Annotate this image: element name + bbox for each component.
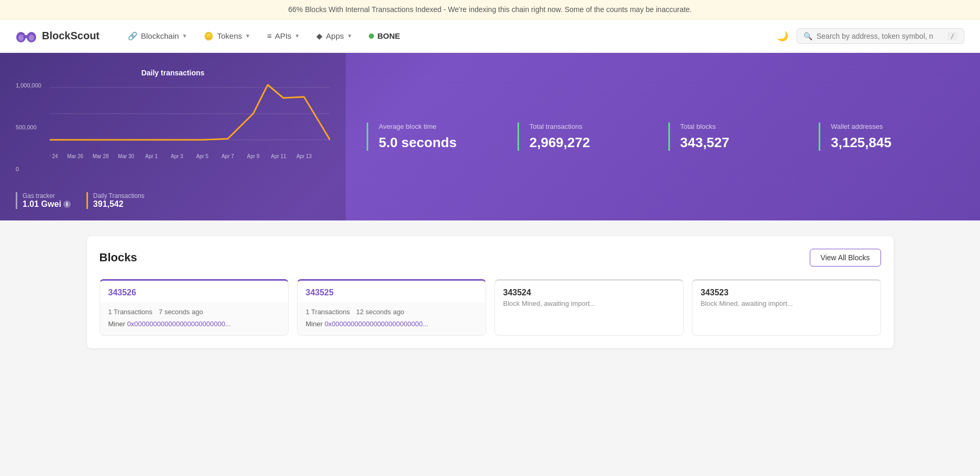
y-label-1m: 1,000,000	[16, 82, 50, 88]
svg-text:Mar 28: Mar 28	[93, 153, 109, 159]
apps-chevron: ▼	[347, 33, 352, 39]
block-card-3: 343523 Block Mined, awaiting import...	[692, 279, 881, 336]
gas-tracker-value: 1.01 Gwei ℹ	[23, 200, 71, 209]
chart-section: Daily transactions 1,000,000 500,000 0	[0, 53, 346, 220]
network-indicator: BONE	[361, 27, 407, 45]
gas-tracker-label: Gas tracker	[23, 192, 71, 200]
apps-icon: ◆	[316, 31, 323, 41]
svg-text:Mar 30: Mar 30	[118, 153, 134, 159]
logo-link[interactable]: BlockScout	[16, 28, 100, 45]
stats-section: Average block time 5.0 seconds Total tra…	[346, 53, 980, 220]
stat-wallet-addr: Wallet addresses 3,125,845	[819, 123, 959, 151]
daily-tx-label: Daily Transactions	[93, 192, 145, 200]
svg-text:Apr 13: Apr 13	[296, 153, 312, 159]
stat-total-tx: Total transactions 2,969,272	[517, 123, 658, 151]
block-miner-1: Miner 0x000000000000000000000000...	[306, 320, 477, 328]
view-all-blocks-button[interactable]: View All Blocks	[810, 249, 881, 267]
block-tx-count-1: 1 Transactions	[306, 308, 350, 316]
header-actions: 🌙 🔍 /	[774, 27, 964, 45]
stat-total-blocks: Total blocks 343,527	[668, 123, 809, 151]
main-content: Blocks View All Blocks 343526 1 Transact…	[71, 220, 909, 364]
indexing-banner: 66% Blocks With Internal Transactions In…	[0, 0, 980, 19]
nav-blockchain[interactable]: 🔗 Blockchain ▼	[120, 27, 194, 45]
svg-point-3	[18, 35, 24, 41]
blockchain-chevron: ▼	[182, 33, 188, 39]
svg-text:Apr 11: Apr 11	[271, 153, 287, 159]
header: BlockScout 🔗 Blockchain ▼ 🪙 Tokens ▼ ≡ A…	[0, 19, 980, 53]
blocks-header: Blocks View All Blocks	[100, 249, 881, 267]
nav-apis[interactable]: ≡ APIs ▼	[260, 27, 307, 45]
block-card-1: 343525 1 Transactions 12 seconds ago Min…	[297, 279, 486, 336]
blocks-grid: 343526 1 Transactions 7 seconds ago Mine…	[100, 279, 881, 336]
gas-tracker: Gas tracker 1.01 Gwei ℹ	[16, 192, 71, 209]
block-number-1[interactable]: 343525	[306, 288, 477, 297]
block-meta-0: 1 Transactions 7 seconds ago	[108, 308, 280, 316]
block-card-2: 343524 Block Mined, awaiting import...	[494, 279, 684, 336]
banner-text: 66% Blocks With Internal Transactions In…	[288, 5, 691, 14]
y-label-0: 0	[16, 166, 50, 172]
dark-mode-button[interactable]: 🌙	[774, 27, 791, 45]
main-nav: 🔗 Blockchain ▼ 🪙 Tokens ▼ ≡ APIs ▼ ◆ App…	[120, 27, 774, 45]
block-awaiting-text-2: Block Mined, awaiting import...	[503, 300, 675, 307]
chart-footer: Gas tracker 1.01 Gwei ℹ Daily Transactio…	[16, 192, 330, 209]
svg-rect-2	[23, 35, 29, 38]
block-meta-1: 1 Transactions 12 seconds ago	[306, 308, 477, 316]
block-time-0: 7 seconds ago	[159, 308, 203, 316]
svg-text:Apr 7: Apr 7	[222, 153, 234, 159]
block-time-1: 12 seconds ago	[356, 308, 404, 316]
network-status-dot	[369, 34, 374, 39]
daily-tx: Daily Transactions 391,542	[86, 192, 145, 209]
block-tx-count-0: 1 Transactions	[108, 308, 153, 316]
logo-icon	[16, 28, 37, 45]
apis-chevron: ▼	[294, 33, 300, 39]
search-icon: 🔍	[803, 32, 812, 40]
block-miner-addr-0[interactable]: 0x000000000000000000000000...	[127, 320, 231, 328]
svg-text:Mar 24: Mar 24	[50, 153, 58, 159]
chart-title: Daily transactions	[16, 69, 330, 77]
blockchain-icon: 🔗	[128, 31, 138, 41]
search-container[interactable]: 🔍 /	[797, 28, 964, 44]
search-input[interactable]	[817, 32, 943, 40]
search-slash-badge: /	[948, 32, 957, 40]
apis-icon: ≡	[267, 31, 272, 40]
svg-text:Apr 1: Apr 1	[145, 153, 158, 159]
daily-tx-value: 391,542	[93, 200, 145, 209]
y-label-500k: 500,000	[16, 124, 50, 130]
gas-info-icon[interactable]: ℹ	[63, 201, 71, 208]
stat-avg-block-time: Average block time 5.0 seconds	[367, 123, 507, 151]
nav-tokens[interactable]: 🪙 Tokens ▼	[196, 27, 257, 45]
block-miner-0: Miner 0x000000000000000000000000...	[108, 320, 280, 328]
blocks-section: Blocks View All Blocks 343526 1 Transact…	[87, 236, 894, 348]
block-awaiting-text-3: Block Mined, awaiting import...	[701, 300, 872, 307]
nav-apps[interactable]: ◆ Apps ▼	[309, 27, 359, 45]
blocks-title: Blocks	[100, 251, 137, 264]
svg-text:Apr 3: Apr 3	[171, 153, 183, 159]
tokens-chevron: ▼	[245, 33, 250, 39]
block-number-2[interactable]: 343524	[503, 288, 675, 297]
logo-text: BlockScout	[42, 30, 100, 42]
svg-text:Apr 5: Apr 5	[196, 153, 208, 159]
block-miner-addr-1[interactable]: 0x000000000000000000000000...	[325, 320, 428, 328]
svg-point-4	[29, 35, 34, 41]
svg-text:Apr 9: Apr 9	[247, 153, 260, 159]
tokens-icon: 🪙	[204, 31, 214, 41]
block-number-3[interactable]: 343523	[701, 288, 872, 297]
hero-section: Daily transactions 1,000,000 500,000 0	[0, 53, 980, 220]
svg-text:Mar 26: Mar 26	[67, 153, 83, 159]
chart-svg: Mar 24 Mar 26 Mar 28 Mar 30 Apr 1 Apr 3 …	[50, 82, 330, 171]
block-card-0: 343526 1 Transactions 7 seconds ago Mine…	[100, 279, 289, 336]
block-number-0[interactable]: 343526	[108, 288, 280, 297]
